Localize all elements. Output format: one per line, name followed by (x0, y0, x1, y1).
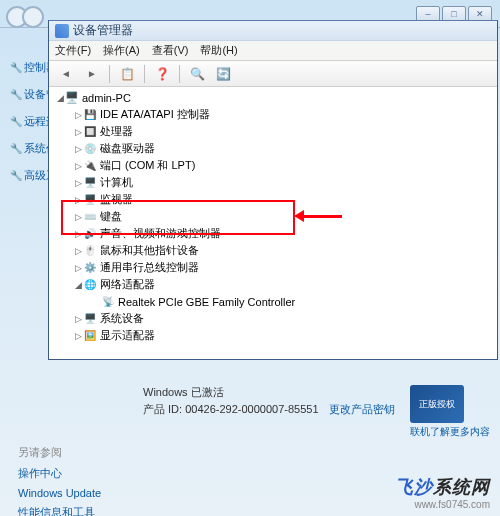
toolbar-scan-icon[interactable]: 🔍 (186, 63, 208, 85)
tree-node-sound[interactable]: ▷声音、视频和游戏控制器 (73, 225, 497, 242)
cpu-icon (83, 125, 97, 139)
see-also-header: 另请参阅 (18, 445, 101, 460)
link-performance-info[interactable]: 性能信息和工具 (18, 505, 101, 516)
arrow-line (302, 215, 342, 218)
monitor-icon (83, 193, 97, 207)
toolbar-separator (109, 65, 110, 83)
system-icon (83, 312, 97, 326)
device-manager-toolbar: ◄ ► 📋 ❓ 🔍 🔄 (49, 61, 497, 87)
tree-node-display[interactable]: ▷显示适配器 (73, 327, 497, 344)
display-icon (83, 329, 97, 343)
toolbar-separator (179, 65, 180, 83)
genuine-badge-title: 正版授权 (419, 398, 455, 411)
tree-node-system[interactable]: ▷系统设备 (73, 310, 497, 327)
sound-icon (83, 227, 97, 241)
expander-icon[interactable]: ◢ (55, 93, 65, 103)
usb-icon (83, 261, 97, 275)
adapter-icon (101, 295, 115, 309)
computer-cat-icon (83, 176, 97, 190)
watermark-url: www.fs0745.com (395, 499, 490, 510)
watermark: 飞沙系统网 www.fs0745.com (395, 475, 490, 510)
disk-icon (83, 142, 97, 156)
link-windows-update[interactable]: Windows Update (18, 487, 101, 499)
ide-icon (83, 108, 97, 122)
sidebar-item-0[interactable]: 控制器 (10, 60, 50, 75)
see-also-section: 另请参阅 操作中心 Windows Update 性能信息和工具 (18, 445, 101, 516)
menu-view[interactable]: 查看(V) (152, 43, 189, 58)
keyboard-icon (83, 210, 97, 224)
tree-node-disk[interactable]: ▷磁盘驱动器 (73, 140, 497, 157)
menu-file[interactable]: 文件(F) (55, 43, 91, 58)
tree-root-computer[interactable]: ◢ admin-PC (55, 89, 497, 106)
toolbar-properties-icon[interactable]: 📋 (116, 63, 138, 85)
arrow-head-icon (294, 210, 304, 222)
nav-back-forward (6, 6, 44, 28)
windows-activation-section: Windows 已激活 产品 ID: 00426-292-0000007-855… (143, 385, 490, 435)
tree-node-computer-cat[interactable]: ▷计算机 (73, 174, 497, 191)
watermark-brand: 飞沙系统网 (395, 475, 490, 499)
device-manager-title: 设备管理器 (73, 22, 133, 39)
tree-node-mouse[interactable]: ▷鼠标和其他指针设备 (73, 242, 497, 259)
menu-help[interactable]: 帮助(H) (200, 43, 237, 58)
activation-status: Windows 已激活 (143, 385, 395, 400)
tree-node-ports[interactable]: ▷端口 (COM 和 LPT) (73, 157, 497, 174)
tree-node-network[interactable]: ◢网络适配器 (73, 276, 497, 293)
toolbar-separator (144, 65, 145, 83)
port-icon (83, 159, 97, 173)
link-action-center[interactable]: 操作中心 (18, 466, 101, 481)
tree-node-monitor[interactable]: ▷监视器 (73, 191, 497, 208)
annotation-arrow (302, 215, 342, 218)
tree-leaf-realtek-adapter[interactable]: Realtek PCIe GBE Family Controller (91, 293, 497, 310)
tree-node-keyboard[interactable]: ▷键盘 (73, 208, 497, 225)
tree-node-ide[interactable]: ▷IDE ATA/ATAPI 控制器 (73, 106, 497, 123)
computer-icon (65, 91, 79, 105)
device-manager-window: 设备管理器 文件(F) 操作(A) 查看(V) 帮助(H) ◄ ► 📋 ❓ 🔍 … (48, 20, 498, 360)
mouse-icon (83, 244, 97, 258)
tree-root-label: admin-PC (82, 92, 131, 104)
product-id: 产品 ID: 00426-292-0000007-85551 (143, 402, 319, 417)
sidebar-item-3[interactable]: 系统保 (10, 141, 50, 156)
sidebar-item-1[interactable]: 设备管理 (10, 87, 50, 102)
device-tree: ◢ admin-PC ▷IDE ATA/ATAPI 控制器 ▷处理器 ▷磁盘驱动… (49, 87, 497, 359)
tree-node-usb[interactable]: ▷通用串行总线控制器 (73, 259, 497, 276)
device-manager-menubar: 文件(F) 操作(A) 查看(V) 帮助(H) (49, 41, 497, 61)
toolbar-forward-icon[interactable]: ► (81, 63, 103, 85)
control-panel-sidebar: 控制器 设备管理 远程连 系统保 高级系 (10, 60, 50, 195)
tree-node-processor[interactable]: ▷处理器 (73, 123, 497, 140)
device-manager-icon (55, 24, 69, 38)
network-icon (83, 278, 97, 292)
menu-action[interactable]: 操作(A) (103, 43, 140, 58)
genuine-badge[interactable]: 正版授权 (410, 385, 464, 423)
toolbar-back-icon[interactable]: ◄ (55, 63, 77, 85)
device-manager-titlebar: 设备管理器 (49, 21, 497, 41)
forward-button-icon[interactable] (22, 6, 44, 28)
learn-more-online-link[interactable]: 联机了解更多内容 (410, 425, 490, 439)
toolbar-refresh-icon[interactable]: 🔄 (212, 63, 234, 85)
change-product-key-link[interactable]: 更改产品密钥 (329, 402, 395, 417)
sidebar-item-4[interactable]: 高级系 (10, 168, 50, 183)
sidebar-item-2[interactable]: 远程连 (10, 114, 50, 129)
toolbar-help-icon[interactable]: ❓ (151, 63, 173, 85)
